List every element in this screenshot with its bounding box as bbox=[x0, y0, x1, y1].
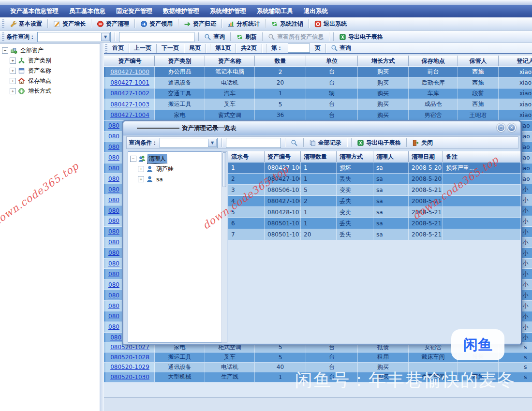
dialog-close-button[interactable]: 关闭 bbox=[409, 138, 436, 148]
chevron-down-icon[interactable]: ▼ bbox=[208, 139, 217, 147]
expander-icon[interactable]: + bbox=[10, 88, 16, 94]
table-header: 资产编号资产类别资产名称数量单位增长方式保存地点保管人登记人 bbox=[104, 56, 532, 67]
page-search-button[interactable]: 查询 bbox=[328, 44, 354, 52]
toolbar-button-资产增长[interactable]: 资产增长 bbox=[50, 19, 89, 29]
cell-way: 丢失 bbox=[337, 218, 373, 229]
all-records-button[interactable]: 全部记录 bbox=[306, 138, 345, 148]
page-next[interactable]: 下一页 bbox=[159, 44, 182, 52]
toolbar-button-资产领用[interactable]: 资产领用 bbox=[137, 19, 176, 29]
dialog-filter-input[interactable] bbox=[226, 138, 281, 148]
dialog-export-button[interactable]: 导出电子表格 bbox=[354, 138, 404, 148]
dialog-search-button[interactable] bbox=[287, 138, 301, 147]
asset-link[interactable]: 080427-1000 bbox=[110, 69, 149, 75]
asset-link[interactable]: 080 bbox=[108, 239, 119, 246]
expander-icon[interactable]: − bbox=[130, 156, 136, 162]
export-spreadsheet-button[interactable]: 导出电子表格 bbox=[336, 32, 386, 42]
asset-link[interactable]: 080 bbox=[108, 292, 119, 299]
menu-item-3[interactable]: 数据维护管理 bbox=[158, 5, 205, 17]
asset-link[interactable]: 080 bbox=[108, 250, 119, 256]
maximize-icon[interactable]: ▢ bbox=[497, 123, 505, 132]
tree-node-保存地点[interactable]: +保存地点 bbox=[2, 76, 100, 86]
dialog-filter-combobox[interactable]: ▼ bbox=[160, 138, 218, 148]
asset-link[interactable]: 080520-1028 bbox=[110, 354, 149, 361]
asset-link[interactable]: 080520-1027 bbox=[110, 344, 149, 351]
asset-link[interactable]: 080 bbox=[108, 165, 119, 172]
asset-link[interactable]: 080 bbox=[108, 323, 119, 330]
toolbar-button-基本设置[interactable]: 基本设置 bbox=[6, 19, 45, 29]
asset-link[interactable]: 080 bbox=[108, 133, 119, 140]
cell-no: 080428-1010 bbox=[265, 207, 301, 218]
cell-qty: 1 bbox=[255, 88, 306, 99]
search-button[interactable]: 查询 bbox=[201, 32, 228, 42]
pencil-icon bbox=[53, 20, 60, 28]
panel-splitter[interactable] bbox=[100, 43, 104, 411]
expander-icon[interactable]: + bbox=[138, 176, 144, 182]
refresh-button[interactable]: 刷新 bbox=[233, 32, 260, 42]
tree-node-全部资产[interactable]: −全部资产 bbox=[2, 45, 100, 56]
toolbar-button-分析统计[interactable]: 分析统计 bbox=[224, 19, 263, 29]
pagebar-grip bbox=[105, 44, 107, 53]
asset-link[interactable]: 080427-1003 bbox=[110, 101, 149, 108]
expander-icon[interactable]: + bbox=[10, 58, 16, 64]
asset-link[interactable]: 080 bbox=[108, 281, 119, 288]
menu-item-5[interactable]: 系统辅助工具 bbox=[251, 5, 298, 17]
filter-input[interactable] bbox=[119, 32, 194, 42]
asset-link[interactable]: 080 bbox=[108, 122, 119, 129]
chevron-down-icon[interactable]: ▼ bbox=[101, 33, 110, 41]
asset-link[interactable]: 080 bbox=[108, 218, 119, 224]
tree-node-增长方式[interactable]: +增长方式 bbox=[2, 86, 100, 96]
asset-link[interactable]: 080 bbox=[108, 271, 119, 278]
asset-link[interactable]: 080520-1030 bbox=[110, 374, 149, 381]
cell-cat: 通讯设备 bbox=[155, 363, 205, 372]
asset-link[interactable]: 080 bbox=[108, 260, 119, 267]
tree-node-清理人[interactable]: −清理人 bbox=[130, 154, 226, 164]
cell-sn: 1 bbox=[228, 162, 265, 173]
toolbar-button-系统注销[interactable]: 系统注销 bbox=[267, 19, 307, 29]
toolbar-button-退出系统[interactable]: 退出系统 bbox=[311, 19, 350, 29]
asset-link[interactable]: 080427-1004 bbox=[110, 112, 149, 118]
asset-link[interactable]: 080520-1029 bbox=[110, 364, 149, 370]
close-icon[interactable]: ✕ bbox=[507, 123, 516, 132]
menu-item-0[interactable]: 资产基本信息管理 bbox=[5, 5, 64, 17]
tree-node-葫芦娃[interactable]: +葫芦娃 bbox=[130, 164, 226, 174]
expander-icon[interactable]: − bbox=[2, 47, 8, 54]
asset-link[interactable]: 080427-1001 bbox=[110, 79, 149, 86]
cell-cat: 搬运工具 bbox=[155, 352, 205, 362]
cell-unit: 台 bbox=[306, 110, 358, 120]
tree-scrollbar[interactable] bbox=[222, 151, 227, 343]
menu-item-1[interactable]: 员工基本信息 bbox=[64, 5, 111, 17]
goto-page-input[interactable] bbox=[288, 44, 310, 53]
page-prev[interactable]: 上一页 bbox=[131, 44, 154, 52]
tree-node-资产类别[interactable]: +资产类别 bbox=[2, 56, 100, 66]
view-all-assets-button[interactable]: 查看所有资产信息 bbox=[265, 32, 327, 42]
scrollbar-thumb[interactable] bbox=[222, 152, 226, 187]
toolbar-button-资产清理[interactable]: 资产清理 bbox=[93, 19, 133, 29]
menu-item-2[interactable]: 固定资产管理 bbox=[111, 5, 158, 17]
expander-icon[interactable]: + bbox=[10, 78, 16, 84]
filter-combobox[interactable]: ▼ bbox=[37, 32, 111, 42]
page-last[interactable]: 尾页 bbox=[186, 44, 204, 52]
expander-icon[interactable]: + bbox=[10, 68, 16, 74]
menu-item-6[interactable]: 退出系统 bbox=[298, 5, 333, 17]
asset-link[interactable]: 080 bbox=[108, 186, 119, 193]
asset-link[interactable]: 080427-1002 bbox=[110, 90, 149, 97]
asset-link[interactable]: 080 bbox=[108, 144, 119, 150]
dialog-titlebar[interactable]: 资产清理记录一览表 ▢ ✕ bbox=[123, 121, 520, 135]
asset-link[interactable]: 080 bbox=[108, 303, 119, 309]
table-row: 3080506-10195变卖sa2008-5-21 bbox=[228, 185, 521, 196]
tree-node-sa[interactable]: +sa bbox=[130, 174, 226, 184]
asset-link[interactable]: 080 bbox=[108, 176, 119, 182]
asset-link[interactable]: 080 bbox=[108, 207, 119, 214]
asset-link[interactable]: 080 bbox=[108, 228, 119, 235]
cell-no: 080501-1017 bbox=[265, 218, 301, 229]
asset-link[interactable]: 080 bbox=[108, 197, 119, 204]
tree-node-资产名称[interactable]: +资产名称 bbox=[2, 66, 100, 76]
menu-item-4[interactable]: 系统维护管理 bbox=[205, 5, 251, 17]
cell-name: 笔记本电脑 bbox=[205, 67, 255, 77]
page-first[interactable]: 首页 bbox=[109, 44, 127, 52]
table-row: 080520-1028搬运工具叉车5台租用戴床车间段誉s bbox=[104, 352, 532, 363]
asset-link[interactable]: 080 bbox=[108, 154, 119, 161]
toolbar-button-资产归还[interactable]: 资产归还 bbox=[180, 19, 220, 29]
asset-link[interactable]: 080 bbox=[108, 313, 119, 320]
expander-icon[interactable]: + bbox=[138, 166, 144, 172]
